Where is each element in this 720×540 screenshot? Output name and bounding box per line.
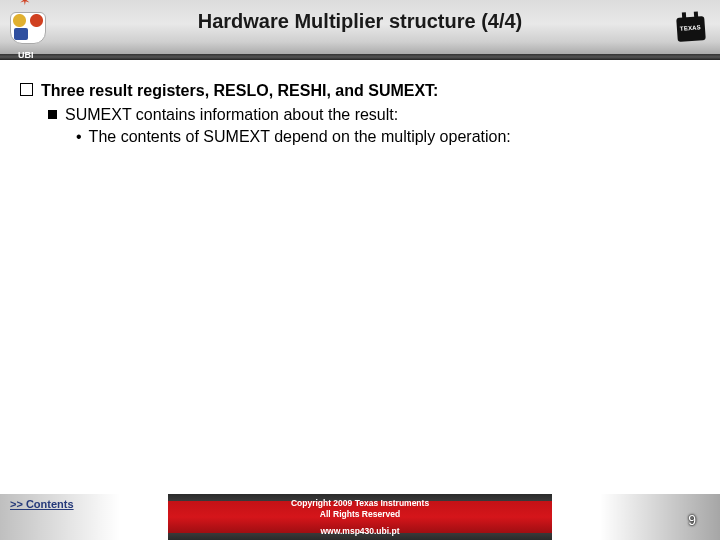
square-outline-bullet-icon bbox=[20, 83, 33, 96]
footer-right-fade bbox=[600, 494, 720, 540]
ti-logo-icon: TEXAS bbox=[674, 12, 708, 46]
dot-bullet-icon: • bbox=[76, 126, 82, 148]
footer-band: Copyright 2009 Texas Instruments All Rig… bbox=[168, 494, 552, 540]
copyright-line-2: All Rights Reserved bbox=[168, 509, 552, 520]
crest-star-icon: ✶ bbox=[19, 0, 31, 8]
header: ✶ UBI Hardware Multiplier structure (4/4… bbox=[0, 0, 720, 60]
ti-chip-icon: TEXAS bbox=[676, 16, 706, 42]
bullet1-text: Three result registers, RESLO, RESHI, an… bbox=[41, 80, 438, 102]
ubi-label: UBI bbox=[18, 50, 34, 60]
bullet3-text: The contents of SUMEXT depend on the mul… bbox=[89, 126, 511, 148]
bullet-level-3: • The contents of SUMEXT depend on the m… bbox=[76, 126, 700, 148]
contents-link[interactable]: >> Contents bbox=[10, 498, 74, 510]
slide-body: Three result registers, RESLO, RESHI, an… bbox=[20, 80, 700, 148]
footer: >> Contents Copyright 2009 Texas Instrum… bbox=[0, 484, 720, 540]
header-stripe bbox=[0, 54, 720, 60]
bullet2-text: SUMEXT contains information about the re… bbox=[65, 104, 398, 126]
slide: ✶ UBI Hardware Multiplier structure (4/4… bbox=[0, 0, 720, 540]
bullet-level-2: SUMEXT contains information about the re… bbox=[48, 104, 700, 126]
footer-url: www.msp430.ubi.pt bbox=[168, 526, 552, 536]
bullet-level-1: Three result registers, RESLO, RESHI, an… bbox=[20, 80, 700, 102]
ti-logo-text: TEXAS bbox=[680, 24, 701, 31]
slide-title: Hardware Multiplier structure (4/4) bbox=[0, 10, 720, 33]
page-number: 9 bbox=[688, 512, 696, 528]
copyright-line-1: Copyright 2009 Texas Instruments bbox=[168, 498, 552, 509]
square-solid-bullet-icon bbox=[48, 110, 57, 119]
